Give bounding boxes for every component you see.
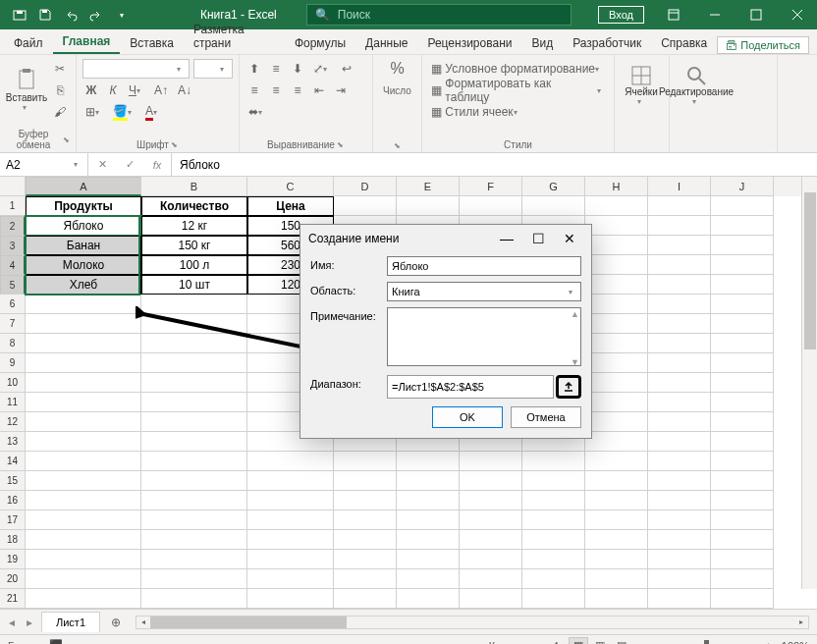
cell[interactable] <box>585 353 648 373</box>
cell[interactable] <box>334 510 397 530</box>
name-input[interactable] <box>387 256 581 276</box>
cell[interactable] <box>247 491 334 510</box>
cell[interactable] <box>711 589 774 609</box>
font-family-select[interactable]: ▾ <box>82 59 190 79</box>
range-input[interactable] <box>387 375 554 399</box>
cell[interactable] <box>648 275 711 295</box>
col-header-H[interactable]: H <box>585 177 648 196</box>
cell[interactable] <box>141 314 247 334</box>
cell[interactable] <box>522 196 585 216</box>
row-header[interactable]: 14 <box>0 452 26 471</box>
enter-formula-icon[interactable]: ✓ <box>116 153 143 176</box>
undo-icon[interactable] <box>59 3 82 27</box>
align-top-icon[interactable]: ⬆ <box>245 59 263 79</box>
row-header[interactable]: 1 <box>0 196 26 216</box>
cell[interactable] <box>711 491 774 510</box>
cell[interactable] <box>648 353 711 373</box>
zoom-in-icon[interactable]: + <box>765 640 771 645</box>
tab-formulas[interactable]: Формулы <box>285 32 355 54</box>
cell[interactable] <box>247 569 334 589</box>
cell[interactable] <box>141 295 247 314</box>
cell[interactable] <box>648 510 711 530</box>
cell[interactable] <box>460 491 522 510</box>
row-header[interactable]: 11 <box>0 393 26 412</box>
format-table-button[interactable]: ▦ Форматировать как таблицу▾ <box>428 80 608 100</box>
row-header[interactable]: 12 <box>0 412 26 432</box>
number-launcher-icon[interactable]: ⬊ <box>394 141 402 150</box>
cell[interactable] <box>397 471 460 491</box>
cell[interactable] <box>522 589 585 609</box>
cell[interactable] <box>26 295 141 314</box>
row-header[interactable]: 8 <box>0 334 26 353</box>
cell[interactable] <box>26 393 141 412</box>
share-button[interactable]: 🖆Поделиться <box>717 36 809 54</box>
cell[interactable] <box>648 550 711 569</box>
cell[interactable] <box>460 510 522 530</box>
cell[interactable] <box>585 452 648 471</box>
cell[interactable] <box>247 530 334 550</box>
ribbon-options-icon[interactable] <box>654 0 693 29</box>
decrease-font-icon[interactable]: A↓ <box>175 80 194 100</box>
cell[interactable] <box>460 550 522 569</box>
cell[interactable] <box>585 589 648 609</box>
cell[interactable] <box>522 471 585 491</box>
cancel-formula-icon[interactable]: ✕ <box>88 153 116 176</box>
cell[interactable] <box>711 255 774 275</box>
cell[interactable] <box>585 412 648 432</box>
hscroll-thumb[interactable] <box>150 617 347 628</box>
row-header[interactable]: 16 <box>0 491 26 510</box>
row-header[interactable]: 2 <box>0 216 26 236</box>
cell[interactable] <box>648 589 711 609</box>
cell[interactable] <box>711 334 774 353</box>
cell[interactable] <box>141 491 247 510</box>
cell[interactable] <box>397 530 460 550</box>
cell[interactable] <box>334 196 397 216</box>
cell[interactable] <box>141 373 247 393</box>
cell[interactable] <box>26 569 141 589</box>
redo-icon[interactable] <box>84 3 108 27</box>
cell[interactable] <box>522 530 585 550</box>
cell[interactable]: Количество <box>141 196 247 216</box>
cut-icon[interactable]: ✂ <box>51 59 69 79</box>
tab-developer[interactable]: Разработчик <box>563 32 651 54</box>
cell[interactable] <box>711 510 774 530</box>
cell[interactable] <box>711 275 774 295</box>
qat-customize-icon[interactable]: ▾ <box>110 3 134 27</box>
align-center-icon[interactable]: ≡ <box>267 80 285 100</box>
minimize-icon[interactable] <box>695 0 735 29</box>
row-header[interactable]: 15 <box>0 471 26 491</box>
align-left-icon[interactable]: ≡ <box>245 80 263 100</box>
cell[interactable] <box>141 569 247 589</box>
cell[interactable] <box>460 569 522 589</box>
cell[interactable] <box>711 432 774 452</box>
collapse-dialog-button[interactable] <box>556 375 581 399</box>
fx-icon[interactable]: fx <box>143 153 171 176</box>
cell[interactable] <box>585 334 648 353</box>
row-header[interactable]: 6 <box>0 295 26 314</box>
cell[interactable] <box>460 530 522 550</box>
cell[interactable] <box>397 491 460 510</box>
cell[interactable] <box>141 353 247 373</box>
close-icon[interactable] <box>778 0 817 29</box>
cell[interactable]: Хлеб <box>26 275 141 295</box>
tab-file[interactable]: Файл <box>4 32 53 54</box>
row-header[interactable]: 3 <box>0 236 26 255</box>
cell[interactable] <box>648 236 711 255</box>
cell[interactable] <box>26 471 141 491</box>
cell[interactable] <box>522 452 585 471</box>
cell[interactable] <box>585 373 648 393</box>
cell[interactable] <box>711 569 774 589</box>
cell[interactable] <box>522 510 585 530</box>
cell[interactable] <box>648 569 711 589</box>
cell[interactable] <box>648 295 711 314</box>
cell[interactable] <box>247 589 334 609</box>
dialog-close-icon[interactable]: ✕ <box>556 227 583 250</box>
tab-insert[interactable]: Вставка <box>120 32 184 54</box>
dialog-maximize-icon[interactable]: ☐ <box>524 227 552 250</box>
cell[interactable] <box>585 393 648 412</box>
tab-help[interactable]: Справка <box>651 32 717 54</box>
col-header-E[interactable]: E <box>397 177 460 196</box>
cell[interactable] <box>711 295 774 314</box>
cell[interactable] <box>711 216 774 236</box>
tab-view[interactable]: Вид <box>521 32 563 54</box>
